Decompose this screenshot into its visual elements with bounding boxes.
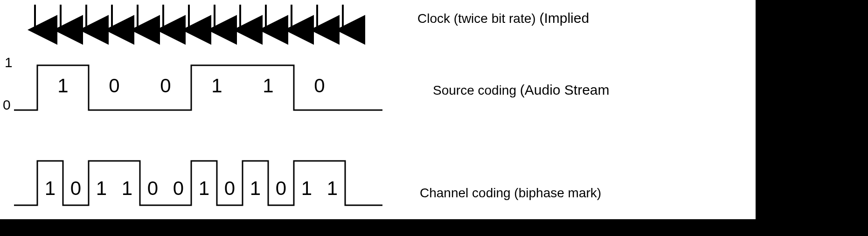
source-bit: 1 [203, 75, 231, 97]
diagram-canvas: Clock (twice bit rate) (Implied Source c… [0, 0, 868, 236]
channel-bit: 1 [36, 177, 64, 200]
channel-bit: 1 [113, 177, 141, 200]
channel-bit: 0 [62, 177, 90, 200]
source-bit: 1 [49, 75, 77, 97]
channel-bit: 1 [319, 177, 347, 200]
source-bit: 0 [100, 75, 128, 97]
channel-bit: 0 [139, 177, 167, 200]
bottom-black-strip [0, 219, 756, 236]
channel-bit: 1 [88, 177, 116, 200]
channel-bit: 1 [190, 177, 218, 200]
source-bit: 0 [306, 75, 333, 97]
channel-bit: 0 [165, 177, 193, 200]
channel-bit: 0 [267, 177, 295, 200]
source-bit: 0 [152, 75, 180, 97]
channel-bit: 1 [242, 177, 270, 200]
source-bit: 1 [254, 75, 282, 97]
channel-bit: 0 [216, 177, 244, 200]
right-black-panel [756, 0, 868, 236]
channel-bit: 1 [293, 177, 321, 200]
